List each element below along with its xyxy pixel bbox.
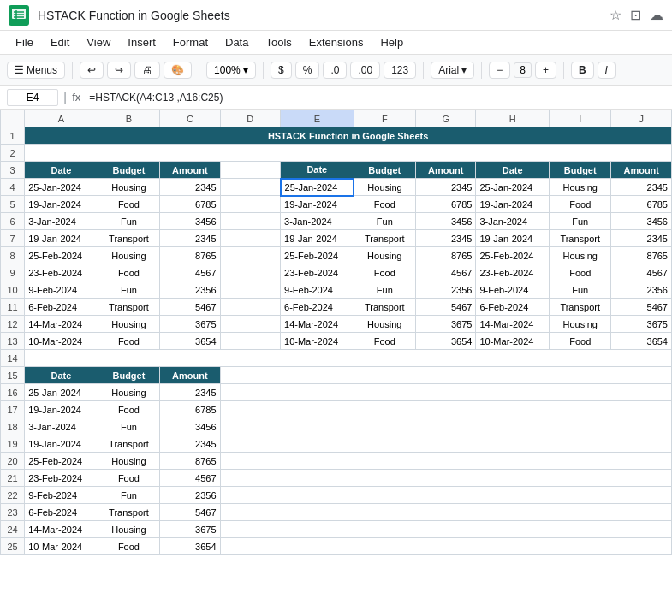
cell-b18[interactable]: Fun [98, 418, 159, 435]
cell-a12[interactable]: 14-Mar-2024 [25, 316, 98, 333]
cell-g10[interactable]: 2356 [416, 281, 476, 299]
cell-i9[interactable]: Food [549, 264, 610, 281]
cell-b6[interactable]: Fun [98, 213, 159, 230]
cell-a23[interactable]: 6-Feb-2024 [25, 504, 98, 521]
cell-g5[interactable]: 6785 [416, 196, 476, 213]
menus-button[interactable]: ☰ Menus [7, 62, 65, 79]
cell-d9[interactable] [220, 264, 280, 281]
cell-d4[interactable] [220, 179, 280, 196]
menu-tools[interactable]: Tools [259, 34, 298, 50]
zoom-selector[interactable]: 100% ▾ [206, 62, 256, 79]
cell-a11[interactable]: 6-Feb-2024 [25, 299, 98, 316]
cell-i6[interactable]: Fun [549, 213, 610, 230]
cell-g4[interactable]: 2345 [416, 179, 476, 196]
cell-b25[interactable]: Food [98, 538, 159, 555]
cell-c8[interactable]: 8765 [160, 247, 220, 264]
cell-a19[interactable]: 19-Jan-2024 [25, 435, 98, 453]
paint-format-button[interactable]: 🎨 [164, 62, 192, 79]
print-button[interactable]: 🖨 [134, 62, 160, 79]
cell-c6[interactable]: 3456 [160, 213, 220, 230]
row-20-empty[interactable] [220, 453, 671, 470]
cell-j4[interactable]: 2345 [611, 179, 672, 196]
row-22-empty[interactable] [220, 487, 671, 504]
cell-g8[interactable]: 8765 [416, 247, 476, 264]
cell-f13[interactable]: Food [354, 333, 415, 350]
header-c15[interactable]: Amount [160, 367, 220, 384]
row-18-empty[interactable] [220, 418, 671, 435]
title-cell[interactable]: HSTACK Function in Google Sheets [25, 127, 672, 145]
col-header-d[interactable]: D [220, 110, 280, 127]
cell-e4[interactable]: 25-Jan-2024 [281, 179, 354, 196]
cell-f9[interactable]: Food [354, 264, 415, 281]
col-header-j[interactable]: J [611, 110, 672, 127]
cell-a10[interactable]: 9-Feb-2024 [25, 281, 98, 299]
header-h3[interactable]: Date [476, 162, 550, 179]
row-21-empty[interactable] [220, 470, 671, 487]
cell-g12[interactable]: 3675 [416, 316, 476, 333]
cell-d8[interactable] [220, 247, 280, 264]
col-header-c[interactable]: C [160, 110, 220, 127]
cell-j13[interactable]: 3654 [611, 333, 672, 350]
cell-b24[interactable]: Housing [98, 521, 159, 538]
cell-j8[interactable]: 8765 [611, 247, 672, 264]
row-25-empty[interactable] [220, 538, 671, 555]
cloud-icon[interactable]: ☁ [650, 7, 663, 23]
cell-d10[interactable] [220, 281, 280, 299]
cell-a17[interactable]: 19-Jan-2024 [25, 401, 98, 418]
cell-f5[interactable]: Food [354, 196, 415, 213]
cell-j7[interactable]: 2345 [611, 230, 672, 247]
cell-a22[interactable]: 9-Feb-2024 [25, 487, 98, 504]
cell-c7[interactable]: 2345 [160, 230, 220, 247]
cell-g6[interactable]: 3456 [416, 213, 476, 230]
cell-g7[interactable]: 2345 [416, 230, 476, 247]
cell-j6[interactable]: 3456 [611, 213, 672, 230]
cell-c23[interactable]: 5467 [160, 504, 220, 521]
cell-a6[interactable]: 3-Jan-2024 [25, 213, 98, 230]
menu-file[interactable]: File [9, 34, 40, 50]
cell-b23[interactable]: Transport [98, 504, 159, 521]
cell-a25[interactable]: 10-Mar-2024 [25, 538, 98, 555]
cell-f10[interactable]: Fun [354, 281, 415, 299]
header-a15[interactable]: Date [25, 367, 98, 384]
star-icon[interactable]: ☆ [610, 7, 621, 23]
bold-button[interactable]: B [571, 62, 594, 79]
cell-d11[interactable] [220, 299, 280, 316]
row-23-empty[interactable] [220, 504, 671, 521]
cell-e8[interactable]: 25-Feb-2024 [281, 247, 354, 264]
cell-f7[interactable]: Transport [354, 230, 415, 247]
cell-f6[interactable]: Fun [354, 213, 415, 230]
menu-insert[interactable]: Insert [121, 34, 163, 50]
formula-input[interactable]: =HSTACK(A4:C13 ,A16:C25) [89, 92, 665, 104]
cell-g9[interactable]: 4567 [416, 264, 476, 281]
cell-c18[interactable]: 3456 [160, 418, 220, 435]
header-e3[interactable]: Date [281, 162, 354, 179]
cell-d12[interactable] [220, 316, 280, 333]
menu-data[interactable]: Data [218, 34, 255, 50]
col-header-b[interactable]: B [98, 110, 159, 127]
cell-e13[interactable]: 10-Mar-2024 [281, 333, 354, 350]
cell-c20[interactable]: 8765 [160, 453, 220, 470]
cell-h11[interactable]: 6-Feb-2024 [476, 299, 550, 316]
row-24-empty[interactable] [220, 521, 671, 538]
cell-b10[interactable]: Fun [98, 281, 159, 299]
col-header-g[interactable]: G [416, 110, 476, 127]
cell-a5[interactable]: 19-Jan-2024 [25, 196, 98, 213]
cell-b16[interactable]: Housing [98, 384, 159, 401]
row-14-empty[interactable] [25, 350, 672, 367]
cell-a4[interactable]: 25-Jan-2024 [25, 179, 98, 196]
row-15-empty[interactable] [220, 367, 671, 384]
cell-j5[interactable]: 6785 [611, 196, 672, 213]
cell-reference-input[interactable] [7, 89, 58, 106]
cell-e10[interactable]: 9-Feb-2024 [281, 281, 354, 299]
font-size-field[interactable]: 8 [514, 62, 532, 78]
cell-a20[interactable]: 25-Feb-2024 [25, 453, 98, 470]
cell-i4[interactable]: Housing [549, 179, 610, 196]
menu-format[interactable]: Format [166, 34, 215, 50]
cell-e11[interactable]: 6-Feb-2024 [281, 299, 354, 316]
cell-c22[interactable]: 2356 [160, 487, 220, 504]
undo-button[interactable]: ↩ [80, 62, 104, 79]
decimal-less-button[interactable]: .0 [323, 62, 347, 79]
cell-h13[interactable]: 10-Mar-2024 [476, 333, 550, 350]
cell-f11[interactable]: Transport [354, 299, 415, 316]
cell-b20[interactable]: Housing [98, 453, 159, 470]
